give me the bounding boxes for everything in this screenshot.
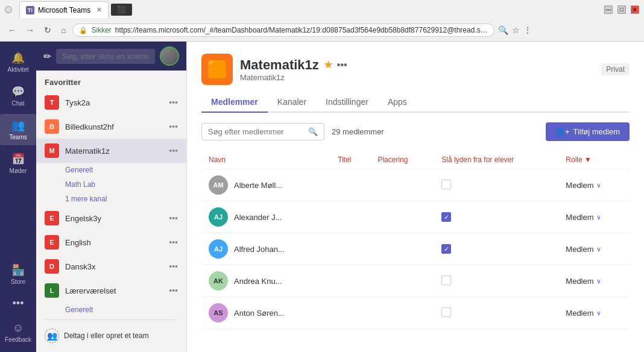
channel-item-generelt[interactable]: Generelt [53,163,186,177]
team-item-dansk3x[interactable]: D Dansk3x ••• [36,254,186,278]
tab-indstillinger[interactable]: Indstillinger [316,92,378,113]
sidebar-item-more[interactable]: ••• [0,292,36,315]
team-item-matematik1z[interactable]: M Matematik1z ••• [36,139,186,163]
team-name-tysk2a: Tysk2a [65,98,163,107]
add-member-button[interactable]: 👤+ Tilføj medlem [546,122,630,141]
member-mute-aj1[interactable]: ✓ [434,201,558,233]
team-dashboard: 🟧 Matematik1z ★ ••• Matematik1z Privat M… [187,42,644,352]
team-more-tysk2a[interactable]: ••• [169,98,178,107]
browser-tabs: T! Microsoft Teams ✕ ⬛ [5,1,132,18]
team-icon-tysk2a: T [45,95,59,110]
member-avatar-aj2: AJ [209,239,228,259]
channel-item-mathlab[interactable]: Math Lab [53,177,186,192]
tab-kanaler[interactable]: Kanaler [268,92,316,113]
col-header-mute: Slå lyden fra for elever [434,151,558,169]
channel-more-matematik1z[interactable]: 1 mere kanal [53,192,186,206]
sidebar-item-moeder[interactable]: 📅 Møder [0,148,36,179]
lock-icon: 🔒 [79,27,87,34]
tab-medlemmer[interactable]: Medlemmer [201,92,268,113]
team-item-english[interactable]: E English ••• [36,230,186,254]
win-minimize-btn[interactable]: — [604,5,613,14]
teams-favicon: T! [26,6,34,14]
team-item-tysk2a[interactable]: T Tysk2a ••• [36,90,186,115]
team-item-engelsk3y[interactable]: E Engelsk3y ••• [36,206,186,230]
team-more-english[interactable]: ••• [169,237,178,247]
member-name-cell: AJ Alexander J... [201,201,330,233]
role-dropdown-as[interactable]: ∨ [596,309,601,317]
mute-checkbox-am[interactable] [441,180,451,189]
mute-checkbox-ak[interactable] [441,275,451,285]
sidebar-item-chat[interactable]: 💬 Chat [0,80,36,112]
team-more-icon[interactable]: ••• [337,60,347,71]
feedback-icon: ☺ [13,322,24,335]
member-name-as: Anton Søren... [234,309,285,318]
member-mute-as[interactable] [434,297,558,329]
channel-item-generelt-2[interactable]: Generelt [53,303,186,317]
team-icon-english: E [45,235,59,250]
address-bar-actions: 🔍 ☆ ⋮ [498,25,532,35]
member-mute-aj2[interactable]: ✓ [434,233,558,265]
header-search-input[interactable] [62,52,149,61]
member-title-aj1 [330,201,370,233]
member-count: 29 medlemmer [332,127,384,136]
browser-titlebar: T! Microsoft Teams ✕ ⬛ — □ ✕ [0,0,644,19]
member-name-am: Alberte Møll... [234,181,282,190]
role-dropdown-ak[interactable]: ∨ [596,277,601,285]
role-dropdown-aj1[interactable]: ∨ [596,213,601,221]
member-title-aj2 [330,233,370,265]
address-bar[interactable]: 🔒 Sikker https://teams.microsoft.com/_#/… [72,24,494,37]
search-members-box[interactable]: 🔍 [201,123,324,140]
search-members-input[interactable] [208,127,305,136]
mute-checkbox-as[interactable] [441,307,451,317]
back-btn[interactable]: ← [5,24,19,36]
search-icon[interactable]: 🔍 [498,25,508,35]
role-dropdown-aj2[interactable]: ∨ [596,245,601,253]
user-avatar[interactable] [160,46,179,66]
tab-close-btn[interactable]: ✕ [96,6,102,14]
sidebar-item-teams[interactable]: 👥 Teams [0,114,36,145]
team-star-icon[interactable]: ★ [324,59,332,71]
join-team-btn[interactable]: 👥 Deltag i eller opret et team [36,322,186,349]
compose-icon[interactable]: ✏ [43,51,51,62]
sort-icon[interactable]: ▼ [584,156,592,164]
team-item-billedkunst2hf[interactable]: B Billedkunst2hf ••• [36,115,186,139]
sidebar-item-feedback[interactable]: ☺ Feedback [0,317,36,348]
refresh-btn[interactable]: ↻ [41,24,54,36]
sidebar-item-store[interactable]: 🏪 Store [0,259,36,290]
forward-btn[interactable]: → [23,24,37,36]
member-placement-aj1 [370,201,434,233]
team-more-engelsk3y[interactable]: ••• [169,213,178,223]
member-role-aj2: Medlem ∨ [558,233,630,265]
win-maximize-btn[interactable]: □ [617,5,626,14]
team-more-billedkunst2hf[interactable]: ••• [169,122,178,131]
win-close-btn[interactable]: ✕ [631,5,639,14]
menu-icon[interactable]: ⋮ [523,25,532,35]
win-resize-btn[interactable] [5,6,12,13]
header-search-box[interactable] [56,49,155,64]
teams-list-header-bar: ✏ [36,42,186,71]
teams-app: 🔔 Aktivitet 💬 Chat 👥 Teams 📅 Møder 🏪 Sto… [0,42,644,352]
sidebar-item-aktivitet[interactable]: 🔔 Aktivitet [0,46,36,78]
team-title-row: 🟧 Matematik1z ★ ••• Matematik1z Privat [201,54,630,85]
new-tab-btn[interactable]: ⬛ [111,4,132,16]
sidebar-label-aktivitet: Aktivitet [7,66,28,73]
member-name-aj2: Alfred Johan... [234,245,285,254]
mute-checkbox-aj2[interactable]: ✓ [441,244,451,254]
team-item-laerervaerselset[interactable]: L Lærerværelset ••• [36,278,186,303]
member-mute-am[interactable] [434,169,558,201]
star-bookmark-icon[interactable]: ☆ [512,25,520,35]
browser-tab-teams[interactable]: T! Microsoft Teams ✕ [19,1,109,18]
team-more-dansk3x[interactable]: ••• [169,262,178,271]
member-mute-ak[interactable] [434,265,558,297]
join-icon: 👥 [45,328,59,343]
mute-checkbox-aj1[interactable]: ✓ [441,212,451,222]
home-btn[interactable]: ⌂ [58,24,69,36]
table-row: AS Anton Søren... Medlem ∨ [201,297,630,329]
team-more-matematik1z[interactable]: ••• [169,146,178,156]
team-more-laerervaerselset[interactable]: ••• [169,286,178,295]
role-dropdown-am[interactable]: ∨ [596,181,601,189]
member-role-ak: Medlem ∨ [558,265,630,297]
member-avatar-ak: AK [209,271,228,291]
tab-apps[interactable]: Apps [378,92,417,113]
more-dots-icon: ••• [13,297,24,310]
